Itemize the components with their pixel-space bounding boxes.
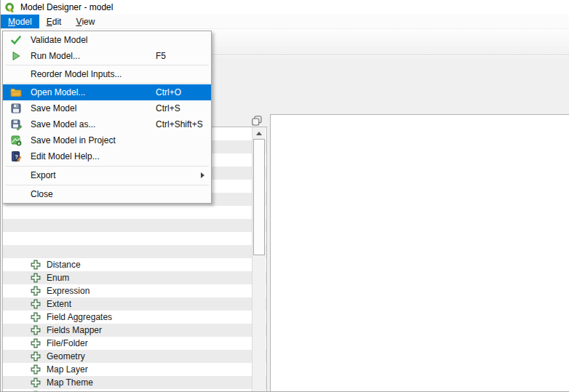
submenu-arrow-icon — [201, 172, 204, 178]
add-input-icon — [31, 338, 41, 348]
title-bar: Model Designer - model — [1, 0, 569, 15]
menu-bar: Model Edit View — [1, 15, 569, 29]
model-menu-popup: Validate Model Run Model... F5 Reorder M… — [2, 31, 212, 204]
list-item-distance[interactable]: Distance — [3, 258, 253, 271]
add-input-icon — [31, 325, 41, 335]
empty-icon-slot — [10, 169, 22, 181]
list-item-matrix[interactable]: Matrix — [3, 389, 253, 392]
scroll-up-button[interactable] — [252, 127, 266, 140]
add-input-icon — [31, 364, 41, 375]
edit-model-help-icon: ? — [10, 151, 22, 162]
menu-item-validate-model[interactable]: Validate Model — [3, 32, 211, 48]
menu-item-save-model-in-project[interactable]: Save Model in Project — [3, 132, 211, 148]
svg-text:?: ? — [15, 153, 18, 160]
list-item-extent[interactable]: Extent — [3, 297, 253, 311]
menu-item-close[interactable]: Close — [3, 186, 211, 202]
list-item-field-aggregates[interactable]: Field Aggregates — [3, 311, 253, 324]
scroll-down-button[interactable] — [252, 387, 266, 392]
save-as-icon — [10, 119, 22, 130]
save-in-project-icon — [10, 135, 22, 146]
add-input-icon — [31, 260, 41, 270]
menubar-item-model[interactable]: Model — [1, 15, 39, 28]
menu-separator — [5, 185, 209, 185]
add-input-icon — [31, 351, 41, 361]
menubar-item-view[interactable]: View — [68, 15, 102, 28]
list-item-map-theme[interactable]: Map Theme — [3, 376, 253, 389]
list-item-expression[interactable]: Expression — [3, 284, 253, 297]
window-title: Model Designer - model — [20, 2, 113, 12]
add-input-icon — [31, 286, 41, 296]
list-item-fields-mapper[interactable]: Fields Mapper — [3, 324, 253, 337]
menu-item-save-model-as[interactable]: Save Model as... Ctrl+Shift+S — [3, 116, 211, 132]
list-item-map-layer[interactable]: Map Layer — [3, 363, 253, 376]
menu-item-save-model[interactable]: Save Model Ctrl+S — [3, 100, 211, 116]
model-designer-window: Model Designer - model Model Edit View — [0, 0, 569, 392]
add-input-icon — [31, 273, 41, 283]
list-item-file-folder[interactable]: File/Folder — [3, 337, 253, 350]
scrollbar-thumb[interactable] — [253, 139, 265, 255]
menu-item-open-model[interactable]: Open Model... Ctrl+O — [3, 84, 211, 100]
save-icon — [10, 103, 22, 114]
add-input-icon — [31, 312, 41, 322]
list-item-geometry[interactable]: Geometry — [3, 350, 253, 363]
add-input-icon — [31, 299, 41, 309]
menubar-item-edit[interactable]: Edit — [39, 15, 69, 28]
qgis-logo-icon — [4, 2, 15, 13]
menu-item-reorder-model-inputs[interactable]: Reorder Model Inputs... — [3, 66, 211, 82]
model-canvas[interactable] — [270, 114, 569, 392]
menu-item-edit-model-help[interactable]: ? Edit Model Help... — [3, 148, 211, 164]
menu-item-run-model[interactable]: Run Model... F5 — [3, 48, 211, 64]
list-item-enum[interactable]: Enum — [3, 271, 253, 284]
empty-icon-slot — [10, 188, 22, 200]
up-arrow-icon — [256, 132, 262, 135]
menu-item-export[interactable]: Export — [3, 167, 211, 183]
run-play-icon — [10, 50, 22, 62]
add-input-icon — [31, 377, 41, 388]
menu-separator — [5, 166, 209, 167]
open-folder-icon — [10, 87, 22, 98]
list-scrollbar[interactable] — [252, 127, 266, 392]
empty-icon-slot — [10, 68, 22, 80]
float-panel-icon[interactable] — [252, 116, 262, 126]
menu-separator — [5, 83, 209, 84]
menu-separator — [5, 65, 209, 65]
validate-check-icon — [10, 34, 22, 46]
